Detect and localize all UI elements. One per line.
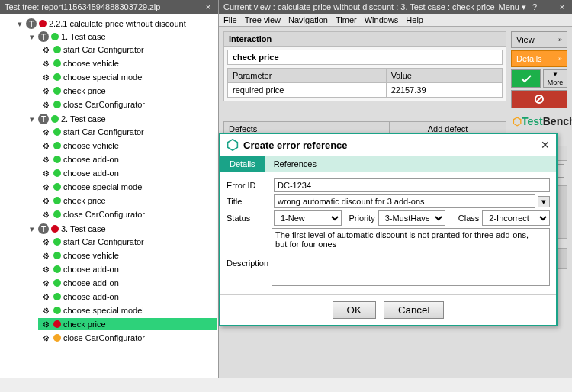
interaction-header: Interaction [224,32,506,47]
collapse-icon[interactable]: ▾ [28,114,36,124]
tree-step[interactable]: ⚙start Car Configurator [38,126,217,138]
dialog-title: Create error reference [243,140,348,151]
label-class: Class [451,214,479,223]
gear-icon: ⚙ [40,44,51,55]
tab-references[interactable]: References [265,156,326,172]
tree-step[interactable]: ⚙check price [38,194,217,207]
menu-file[interactable]: File [223,15,237,24]
ok-button[interactable]: OK [333,301,376,319]
tree-step[interactable]: ⚙choose add-on [38,263,217,275]
tree-step[interactable]: ⚙check price [38,85,217,97]
collapse-icon[interactable]: ▾ [28,224,36,234]
status-green-icon [53,252,61,259]
class-select[interactable]: 2-Incorrect [482,210,550,226]
chevron-right-icon: » [558,55,562,63]
collapse-icon[interactable]: ▾ [16,19,24,29]
status-green-icon [53,210,61,218]
tree-testcase-1[interactable]: ▾ T 1. Test case [26,31,217,43]
test-icon: T [26,18,37,29]
status-green-icon [51,33,59,40]
svg-marker-2 [228,140,238,150]
error-id-field[interactable] [274,178,550,192]
menu-windows[interactable]: Windows [365,15,399,24]
status-select[interactable]: 1-New [274,210,342,226]
accept-button[interactable] [511,69,541,88]
title-field[interactable] [274,194,535,208]
svg-line-1 [536,96,542,102]
cancel-icon [534,94,545,104]
tab-details[interactable]: Details [220,156,265,172]
dialog-close-icon[interactable]: ✕ [541,139,550,151]
tree-step[interactable]: ⚙start Car Configurator [38,43,217,56]
chevron-down-icon: ▼ [552,71,558,78]
test-icon: T [38,223,49,234]
tree-testcase-3[interactable]: ▾ T 3. Test case [26,223,217,235]
gear-icon: ⚙ [40,99,51,110]
gear-icon: ⚙ [40,209,51,220]
tree-step[interactable]: ⚙choose vehicle [38,249,217,262]
tree-step[interactable]: ⚙choose add-on [38,167,217,179]
gear-icon: ⚙ [40,140,51,151]
status-green-icon [53,197,61,204]
status-orange-icon [53,334,61,342]
gear-icon: ⚙ [40,236,51,247]
tree-testcase-2[interactable]: ▾ T 2. Test case [26,113,217,125]
tree-step[interactable]: ⚙start Car Configurator [38,236,217,248]
tree-root[interactable]: ▾ T 2.2.1 calculate price without discou… [14,18,217,30]
description-field[interactable]: The first level of automatic discount is… [272,228,550,286]
help-icon[interactable]: ? [529,2,540,12]
hex-icon [227,139,239,151]
view-button[interactable]: View» [511,31,567,48]
tree-step[interactable]: ⚙choose add-on [38,153,217,165]
tree-step[interactable]: ⚙choose vehicle [38,140,217,152]
status-green-icon [53,101,61,108]
interaction-card: Interaction check price ParameterValue r… [223,31,506,101]
interaction-table: ParameterValue required price22157.39 [227,68,503,98]
reject-button[interactable] [511,90,567,108]
tree-step[interactable]: ⚙close CarConfigurator [38,332,217,344]
priority-select[interactable]: 3-MustHave [378,210,446,226]
tree-step[interactable]: ⚙choose add-on [38,291,217,303]
tree-step[interactable]: ⚙choose vehicle [38,57,217,69]
status-red-icon [51,225,59,233]
tree-step-selected[interactable]: ⚙check price [38,318,217,330]
tree-step[interactable]: ⚙close CarConfigurator [38,208,217,220]
status-green-icon [53,59,61,67]
title-dropdown-icon[interactable]: ▾ [538,196,550,207]
test-tree: ▾ T 2.2.1 calculate price without discou… [0,14,218,378]
menu-nav[interactable]: Navigation [288,15,328,24]
tree-step[interactable]: ⚙choose special model [38,71,217,83]
gear-icon: ⚙ [40,278,51,288]
menu-tree[interactable]: Tree view [245,15,281,24]
tree-step[interactable]: ⚙choose add-on [38,277,217,289]
gear-icon: ⚙ [40,168,51,178]
gear-icon: ⚙ [40,154,51,165]
left-title: Test tree: report115634594888303729.zip [5,0,160,14]
close-icon[interactable]: × [203,2,214,12]
menu-timer[interactable]: Timer [336,15,357,24]
cancel-button[interactable]: Cancel [384,301,445,319]
gear-icon: ⚙ [40,333,51,343]
gear-icon: ⚙ [40,319,51,329]
param-value: 22157.39 [386,83,502,98]
close-icon[interactable]: × [557,2,567,12]
testbench-logo: ⬡TestBench [511,111,567,132]
status-green-icon [53,183,61,191]
tree-step[interactable]: ⚙close CarConfigurator [38,98,217,111]
collapse-icon[interactable]: ▾ [28,32,36,42]
left-title-bar: Test tree: report115634594888303729.zip … [0,0,218,14]
details-button[interactable]: Details» [511,50,567,67]
status-green-icon [53,128,61,136]
more-button[interactable]: ▼More [543,69,567,88]
tree-step[interactable]: ⚙choose special model [38,181,217,193]
gear-icon: ⚙ [40,250,51,261]
label-priority: Priority [348,214,375,223]
menu-help[interactable]: Help [406,15,423,24]
tree-step[interactable]: ⚙choose special model [38,304,217,316]
status-green-icon [53,87,61,95]
menu-dropdown[interactable]: Menu ▾ [498,0,526,14]
label-error-id: Error ID [227,181,271,190]
minimize-icon[interactable]: – [543,2,554,12]
col-value: Value [386,69,502,83]
check-icon [520,74,532,83]
